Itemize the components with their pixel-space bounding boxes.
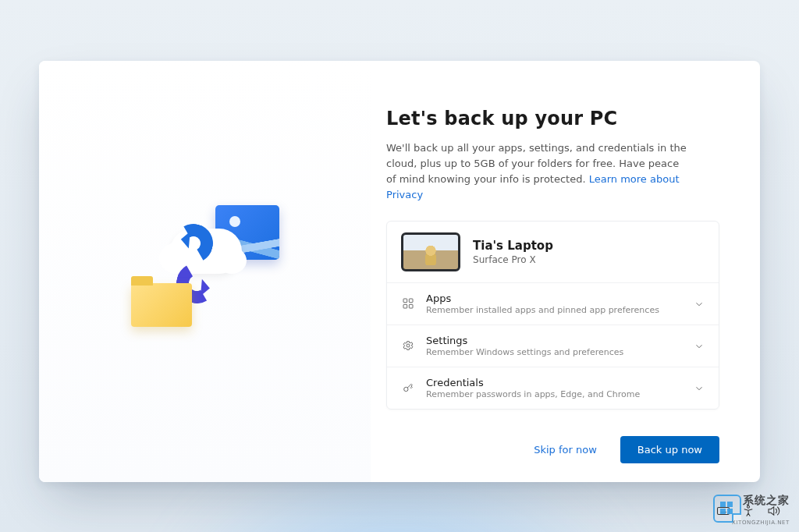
- svg-point-4: [407, 344, 410, 347]
- device-name: Tia's Laptop: [473, 239, 553, 253]
- key-icon: [401, 381, 415, 394]
- backup-illustration: [131, 205, 279, 338]
- footer-actions: Skip for now Back up now: [386, 422, 719, 463]
- expander-credentials[interactable]: Credentials Remember passwords in apps, …: [387, 367, 719, 409]
- content-pane: Let's back up your PC We'll back up all …: [371, 61, 760, 482]
- expander-title: Credentials: [426, 377, 683, 388]
- expander-subtitle: Remember passwords in apps, Edge, and Ch…: [426, 389, 683, 399]
- gear-icon: [401, 339, 415, 352]
- backup-now-button[interactable]: Back up now: [620, 436, 719, 463]
- watermark-url: XITONGZHIJIA.NET: [732, 520, 790, 526]
- page-title: Let's back up your PC: [386, 108, 719, 129]
- watermark: 系统之家 XITONGZHIJIA.NET: [712, 495, 790, 526]
- expander-subtitle: Remember installed apps and pinned app p…: [426, 305, 683, 315]
- expander-apps[interactable]: Apps Remember installed apps and pinned …: [387, 283, 719, 325]
- device-info: Tia's Laptop Surface Pro X: [473, 239, 553, 265]
- svg-rect-2: [403, 304, 407, 308]
- backup-card: Tia's Laptop Surface Pro X Apps Remember…: [386, 221, 719, 410]
- svg-point-5: [404, 387, 408, 391]
- page-description: We'll back up all your apps, settings, a…: [386, 140, 691, 204]
- expander-title: Settings: [426, 335, 683, 346]
- watermark-brand: 系统之家: [743, 495, 790, 505]
- device-model: Surface Pro X: [473, 254, 553, 265]
- chevron-down-icon: [694, 382, 705, 393]
- chevron-down-icon: [694, 340, 705, 351]
- apps-icon: [401, 297, 415, 310]
- svg-rect-0: [403, 299, 407, 303]
- expander-title: Apps: [426, 293, 683, 304]
- folder-card-icon: [131, 283, 192, 327]
- device-thumbnail: [401, 232, 460, 271]
- watermark-badge-icon: [713, 495, 741, 523]
- expander-settings[interactable]: Settings Remember Windows settings and p…: [387, 325, 719, 367]
- expander-subtitle: Remember Windows settings and preference…: [426, 347, 683, 357]
- chevron-down-icon: [694, 298, 705, 309]
- illustration-pane: [39, 61, 371, 482]
- svg-rect-3: [409, 304, 413, 308]
- oobe-window: Let's back up your PC We'll back up all …: [39, 61, 760, 482]
- device-row: Tia's Laptop Surface Pro X: [387, 222, 719, 283]
- svg-rect-1: [409, 299, 413, 303]
- skip-button[interactable]: Skip for now: [520, 436, 611, 463]
